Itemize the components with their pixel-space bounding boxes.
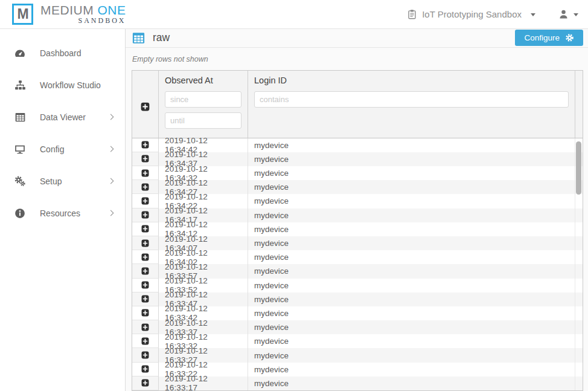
expand-cell[interactable]	[132, 166, 159, 180]
expand-row-icon[interactable]	[141, 239, 149, 247]
user-icon	[558, 9, 569, 19]
sidebar-item-dashboard[interactable]: Dashboard	[0, 37, 125, 69]
expand-cell[interactable]	[132, 334, 159, 348]
login-id-cell: mydevice	[248, 180, 575, 194]
dashboard-icon	[13, 48, 27, 59]
login-id-cell: mydevice	[248, 138, 575, 152]
logo-text: MEDIUM ONE SANDBOX	[40, 3, 126, 25]
user-menu[interactable]	[558, 9, 578, 19]
table-icon	[13, 112, 27, 123]
login-id-cell: mydevice	[248, 376, 575, 390]
observed-at-header-cell: Observed At	[159, 71, 248, 138]
expand-row-icon[interactable]	[141, 309, 149, 317]
brand-logo: M MEDIUM ONE SANDBOX	[12, 3, 126, 25]
sidebar-item-data-viewer[interactable]: Data Viewer	[0, 101, 125, 133]
since-filter-input[interactable]	[165, 91, 241, 108]
expand-cell[interactable]	[132, 376, 159, 390]
sidebar-item-label: Dashboard	[40, 48, 114, 58]
login-id-cell: mydevice	[248, 363, 575, 376]
expand-row-icon[interactable]	[141, 267, 149, 275]
scrollbar-track-cell	[575, 250, 583, 264]
expand-row-icon[interactable]	[141, 281, 149, 289]
sidebar-item-setup[interactable]: Setup	[0, 165, 125, 197]
login-id-cell: mydevice	[248, 292, 575, 306]
scrollbar-track-cell	[575, 306, 583, 320]
login-id-cell: mydevice	[248, 279, 575, 292]
configure-button[interactable]: Configure	[515, 30, 583, 46]
expand-cell[interactable]	[132, 292, 159, 306]
project-selector[interactable]: IoT Prototyping Sandbox	[407, 9, 535, 19]
scrollbar-thumb[interactable]	[576, 141, 581, 195]
sidebar-nav: Dashboard Workflow Studio Data Viewer Co…	[0, 37, 125, 229]
table-icon	[132, 31, 145, 45]
content-header: raw Configure	[126, 29, 588, 48]
expand-cell[interactable]	[132, 222, 159, 236]
expand-cell[interactable]	[132, 320, 159, 334]
sidebar-item-label: Resources	[40, 208, 109, 218]
contains-filter-input[interactable]	[254, 91, 569, 108]
login-id-cell: mydevice	[248, 264, 575, 278]
expand-row-icon[interactable]	[141, 183, 149, 191]
sidebar-item-config[interactable]: Config	[0, 133, 125, 165]
observed-at-column-label: Observed At	[165, 76, 241, 85]
expand-cell[interactable]	[132, 279, 159, 292]
scrollbar-track-cell	[575, 236, 583, 250]
expand-cell[interactable]	[132, 236, 159, 250]
login-id-cell: mydevice	[248, 166, 575, 180]
desktop-icon	[13, 144, 27, 155]
page-title: raw	[153, 31, 170, 44]
sidebar-item-workflow-studio[interactable]: Workflow Studio	[0, 69, 125, 101]
login-id-cell: mydevice	[248, 222, 575, 236]
scrollbar-track-cell	[575, 208, 583, 222]
expand-cell[interactable]	[132, 306, 159, 320]
expand-cell[interactable]	[132, 208, 159, 222]
expand-cell[interactable]	[132, 363, 159, 376]
expand-cell[interactable]	[132, 180, 159, 194]
scrollbar-track-cell	[575, 194, 583, 208]
sidebar-item-resources[interactable]: Resources	[0, 197, 125, 229]
until-filter-input[interactable]	[165, 112, 241, 129]
login-id-cell: mydevice	[248, 236, 575, 250]
expand-row-icon[interactable]	[141, 141, 149, 149]
sidebar-item-label: Data Viewer	[40, 112, 109, 122]
gears-icon	[13, 175, 27, 187]
chevron-right-icon	[108, 114, 114, 120]
brand-name-sub: SANDBOX	[78, 16, 126, 25]
chevron-right-icon	[108, 146, 114, 152]
expand-row-icon[interactable]	[141, 379, 149, 387]
sidebar-item-label: Config	[40, 144, 109, 154]
scrollbar-track-cell	[575, 334, 583, 348]
expand-row-icon[interactable]	[141, 211, 149, 219]
scrollbar-track-cell	[575, 264, 583, 278]
expand-row-icon[interactable]	[141, 253, 149, 261]
expand-all-icon[interactable]	[141, 76, 150, 138]
scrollbar-track-cell	[575, 363, 583, 376]
scrollbar-track-header	[575, 71, 583, 138]
scrollbar-track-cell	[575, 279, 583, 292]
login-id-cell: mydevice	[248, 250, 575, 264]
top-bar: M MEDIUM ONE SANDBOX IoT Prototyping San…	[0, 0, 588, 29]
table-row: 2019-10-12 16:33:17 mydevice	[132, 376, 583, 390]
expand-all-cell	[132, 71, 159, 138]
project-selector-label: IoT Prototyping Sandbox	[422, 9, 522, 19]
expand-row-icon[interactable]	[141, 155, 149, 163]
expand-row-icon[interactable]	[141, 225, 149, 233]
expand-row-icon[interactable]	[141, 169, 149, 177]
expand-row-icon[interactable]	[141, 365, 149, 373]
expand-row-icon[interactable]	[141, 197, 149, 205]
expand-row-icon[interactable]	[141, 295, 149, 303]
expand-row-icon[interactable]	[141, 337, 149, 345]
expand-row-icon[interactable]	[141, 351, 149, 359]
expand-cell[interactable]	[132, 250, 159, 264]
configure-button-label: Configure	[524, 33, 560, 42]
empty-rows-note: Empty rows not shown	[126, 48, 588, 70]
chevron-down-icon	[531, 13, 535, 16]
expand-cell[interactable]	[132, 152, 159, 166]
scrollbar-track-cell	[575, 376, 583, 390]
expand-cell[interactable]	[132, 194, 159, 208]
expand-cell[interactable]	[132, 348, 159, 362]
expand-cell[interactable]	[132, 138, 159, 152]
expand-row-icon[interactable]	[141, 323, 149, 331]
main-content: raw Configure Empty rows not shown Obser…	[126, 29, 588, 391]
expand-cell[interactable]	[132, 264, 159, 278]
